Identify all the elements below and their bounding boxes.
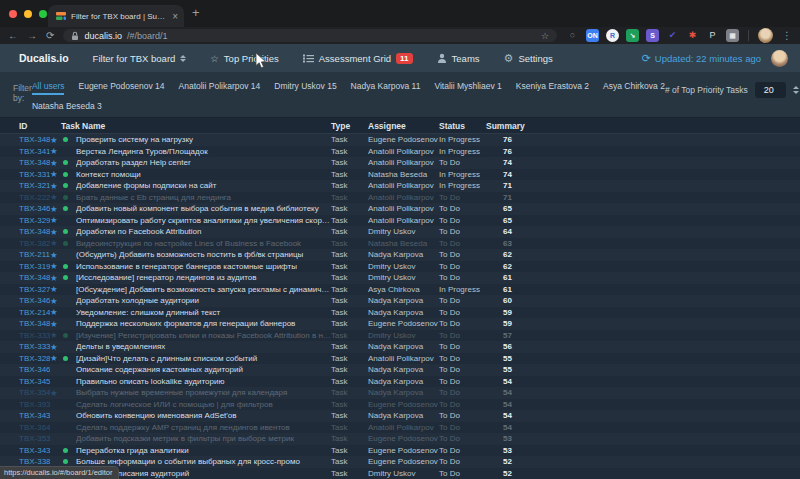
table-row[interactable]: TBX-3484 ★ Доработать раздел Help center… (0, 157, 800, 169)
task-name[interactable]: Брать данные с Eb страниц для лендинга (76, 193, 331, 202)
task-name[interactable]: Доработки по Facebook Attribution (76, 227, 331, 236)
column-header-assignee[interactable]: Assignee (368, 121, 439, 131)
extension-s-icon[interactable]: S (646, 29, 659, 42)
task-id-link[interactable]: TBX-2229 (19, 193, 50, 202)
window-close-button[interactable] (9, 10, 17, 18)
top-priority-star-icon[interactable]: ★ (50, 228, 63, 237)
browser-menu-icon[interactable]: ⋮ (782, 30, 792, 41)
task-name[interactable]: Контекст помощи (76, 170, 331, 179)
column-header-summary[interactable]: Summary (486, 121, 512, 131)
task-id-link[interactable]: TBX-3469 (19, 204, 50, 213)
task-id-link[interactable]: TBX-3419 (19, 147, 50, 156)
top-priority-count-input[interactable]: 20 (755, 82, 786, 98)
new-tab-button[interactable]: + (192, 5, 200, 20)
extension-green-arrow-icon[interactable]: ↘ (626, 29, 639, 42)
task-name[interactable]: [Изучение] Регистрировать клики и показы… (76, 331, 331, 340)
table-row[interactable]: TBX-3643 ★ Сделать поддержку AMP страниц… (0, 422, 800, 434)
task-name[interactable]: Оптимизировать работу скриптов аналитики… (76, 216, 331, 225)
top-priority-star-icon[interactable]: ★ (50, 251, 63, 260)
top-priority-star-icon[interactable]: ★ (50, 159, 63, 168)
nav-settings[interactable]: ⚙ Settings (504, 52, 553, 65)
task-name[interactable]: Выбрать нужные временные промежутки для … (76, 388, 331, 397)
top-priority-star-icon[interactable]: ★ (50, 354, 63, 363)
task-id-link[interactable]: TBX-3489 (19, 227, 50, 236)
top-priority-star-icon[interactable]: ★ (50, 170, 63, 179)
task-id-link[interactable]: TBX-3462 (19, 365, 50, 374)
extension-on-badge-icon[interactable]: ON (586, 29, 599, 42)
task-name[interactable]: Переработка грида аналитики (76, 446, 331, 455)
table-row[interactable]: TBX-2147 ★ Уведомление: слишком длинный … (0, 307, 800, 319)
top-priority-star-icon[interactable]: ★ (50, 216, 63, 225)
task-id-link[interactable]: TBX-3299 (19, 216, 50, 225)
extension-asterisk-icon[interactable]: ✱ (686, 29, 699, 42)
task-name[interactable]: Уведомление: слишком длинный текст (76, 308, 331, 317)
task-name[interactable]: [Обсуждение] Добавить возможность запуск… (76, 285, 331, 294)
table-row[interactable]: TBX-3483 ★ Проверить систему на нагрузку… (0, 134, 800, 146)
task-id-link[interactable]: TBX-3532 (19, 434, 50, 443)
table-row[interactable]: ★ ь описания аудиторий Task Dmitry Uskov… (0, 468, 800, 479)
table-row[interactable]: TBX-3482 ★ [Исследование] генератор ленд… (0, 272, 800, 284)
column-header-task-name[interactable]: Task Name (61, 121, 331, 131)
task-id-link[interactable]: TBX-3484 (19, 158, 50, 167)
task-id-link[interactable]: TBX-3276 (19, 285, 50, 294)
user-avatar[interactable] (771, 50, 788, 67)
table-row[interactable]: TBX-2229 ★ Брать данные с Eb страниц для… (0, 192, 800, 204)
nav-teams[interactable]: Teams (437, 53, 480, 64)
updated-status[interactable]: ⟳ Updated: 22 minutes ago (642, 52, 761, 65)
task-name[interactable]: Доработать раздел Help center (76, 158, 331, 167)
task-id-link[interactable]: TBX-3437 (19, 446, 50, 455)
table-row[interactable]: TBX-3532 ★ Добавить подсказки метрик в ф… (0, 433, 800, 445)
table-row[interactable]: TBX-3312 ★ Контекст помощи Task Natasha … (0, 169, 800, 181)
top-priority-star-icon[interactable]: ★ (50, 308, 63, 317)
task-name[interactable]: Обновить конвенцию именования AdSet'ов (76, 411, 331, 420)
task-name[interactable]: Сделать поддержку AMP страниц для лендин… (76, 423, 331, 432)
filter-chip[interactable]: Anatolii Polikarpov 14 (179, 81, 261, 95)
table-row[interactable]: TBX-2114 ★ (Обсудить) Добавить возможнос… (0, 249, 800, 261)
task-id-link[interactable]: TBX-3482 (19, 273, 50, 282)
table-row[interactable]: TBX-3462 ★ Описание содержания кастомных… (0, 364, 800, 376)
task-name[interactable]: Дельты в уведомлениях (76, 342, 331, 351)
task-name[interactable]: Сделать логическое ИЛИ с помощью | для ф… (76, 400, 331, 409)
top-priority-star-icon[interactable]: ★ (50, 285, 63, 294)
task-id-link[interactable]: TBX-3457 (19, 377, 50, 386)
top-priority-star-icon[interactable]: ★ (50, 205, 63, 214)
top-priority-star-icon[interactable]: ★ (50, 331, 63, 340)
task-id-link[interactable]: TBX-3824 (19, 239, 50, 248)
task-name[interactable]: Доработать холодные аудитории (76, 296, 331, 305)
task-name[interactable]: Видеоинструкция по настройке Lines of Bu… (76, 239, 331, 248)
table-row[interactable]: TBX-3276 ★ [Обсуждение] Добавить возможн… (0, 284, 800, 296)
table-row[interactable]: TBX-3437 ★ Переработка грида аналитики T… (0, 445, 800, 457)
table-row[interactable]: TBX-3469 ★ Добавить новый компонент выбо… (0, 203, 800, 215)
browser-profile-avatar[interactable] (758, 28, 773, 43)
task-id-link[interactable]: TBX-3487 (19, 319, 50, 328)
table-row[interactable]: TBX-3464 ★ Доработать холодные аудитории… (0, 295, 800, 307)
task-id-link[interactable]: TBX-3336 (19, 342, 50, 351)
table-row[interactable]: TBX-3489 ★ Доработки по Facebook Attribu… (0, 226, 800, 238)
top-priority-star-icon[interactable]: ★ (50, 297, 63, 306)
task-id-link[interactable]: TBX-3936 (19, 400, 50, 409)
task-name[interactable]: Верстка Лендинга Туров/Площадок (76, 147, 331, 156)
nav-top-priorities[interactable]: ☆ Top Priorities (210, 53, 278, 64)
bookmark-star-icon[interactable]: ☆ (541, 31, 549, 41)
table-row[interactable]: TBX-3389 ★ Больше информации о событии в… (0, 456, 800, 468)
task-name[interactable]: Описание содержания кастомных аудиторий (76, 365, 331, 374)
extension-grid-icon[interactable]: ▦ (726, 29, 739, 42)
table-row[interactable]: TBX-3457 ★ Правильно описать lookalike а… (0, 376, 800, 388)
table-row[interactable]: TBX-3419 ★ Верстка Лендинга Туров/Площад… (0, 146, 800, 158)
table-row[interactable]: TBX-3289 ★ [Дизайн]Что делать с длинным … (0, 353, 800, 365)
extension-circle-icon[interactable]: ○ (566, 29, 579, 42)
task-id-link[interactable]: TBX-2147 (19, 308, 50, 317)
task-name[interactable]: Правильно описать lookalike аудиторию (76, 377, 331, 386)
top-priority-star-icon[interactable]: ★ (50, 136, 63, 145)
extension-check-icon[interactable]: ✔ (666, 29, 679, 42)
table-row[interactable]: TBX-3824 ★ Видеоинструкция по настройке … (0, 238, 800, 250)
column-header-type[interactable]: Type (331, 121, 368, 131)
top-priority-star-icon[interactable]: ★ (50, 147, 63, 156)
task-id-link[interactable]: TBX-3289 (19, 354, 50, 363)
task-id-link[interactable]: TBX-3433 (19, 411, 50, 420)
task-id-link[interactable]: TBX-3216 (19, 181, 50, 190)
top-priority-star-icon[interactable]: ★ (50, 274, 63, 283)
task-id-link[interactable]: TBX-3464 (19, 296, 50, 305)
task-name[interactable]: Проверить систему на нагрузку (76, 135, 331, 144)
window-zoom-button[interactable] (39, 10, 47, 18)
